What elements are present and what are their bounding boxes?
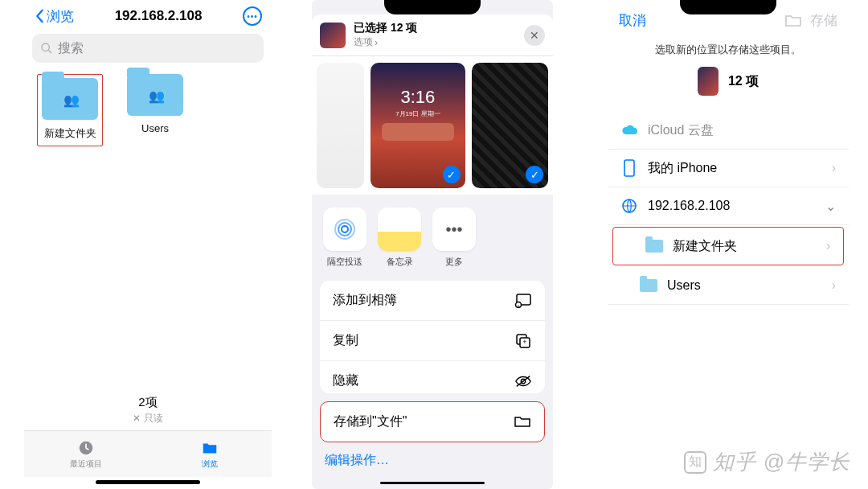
chevron-left-icon bbox=[34, 9, 45, 23]
chevron-right-icon: › bbox=[826, 239, 830, 253]
chevron-right-icon: › bbox=[832, 278, 836, 293]
search-icon bbox=[40, 42, 53, 55]
folder-icon: 👥 bbox=[42, 78, 98, 120]
action-copy[interactable]: 复制 + bbox=[320, 321, 545, 361]
back-button[interactable]: 浏览 bbox=[34, 7, 74, 26]
ellipsis-icon: ••• bbox=[247, 12, 258, 21]
folder-new[interactable]: 👥 新建文件夹 bbox=[37, 74, 103, 146]
more-button[interactable]: ••• bbox=[243, 6, 262, 26]
share-targets: 隔空投送 备忘录 ••• 更多 bbox=[312, 195, 553, 281]
photo-gallery[interactable]: 3:16 7月19日 星期一 ✓ ✓ bbox=[312, 56, 553, 195]
thumbnail-icon bbox=[320, 23, 346, 48]
cloud-icon bbox=[620, 121, 638, 139]
location-list: iCloud 云盘 我的 iPhone › 192.168.2.108 ⌄ 新建… bbox=[608, 112, 849, 305]
folder-icon bbox=[645, 237, 663, 255]
back-label: 浏览 bbox=[47, 7, 74, 26]
check-icon: ✓ bbox=[526, 166, 543, 183]
folder-label: 新建文件夹 bbox=[44, 126, 96, 141]
location-iphone[interactable]: 我的 iPhone › bbox=[608, 150, 849, 187]
airdrop-button[interactable]: 隔空投送 bbox=[323, 208, 366, 268]
lock-time: 3:16 bbox=[401, 87, 436, 108]
album-icon: + bbox=[514, 294, 532, 308]
notification-preview bbox=[382, 123, 454, 141]
nav-bar: 浏览 192.168.2.108 ••• bbox=[24, 0, 272, 34]
photo-thumb-selected[interactable]: 3:16 7月19日 星期一 ✓ bbox=[371, 63, 465, 188]
action-hide[interactable]: 隐藏 bbox=[320, 361, 545, 392]
zhihu-logo-icon: 知 bbox=[684, 451, 706, 474]
chevron-right-icon: › bbox=[832, 161, 836, 175]
sheet-header: 已选择 12 项 选项› ✕ bbox=[312, 14, 553, 56]
location-server[interactable]: 192.168.2.108 ⌄ bbox=[608, 187, 849, 225]
svg-text:+: + bbox=[522, 338, 526, 346]
action-list: 添加到相簿 + 复制 + 隐藏 幻灯片 bbox=[320, 281, 545, 392]
items-count: 12 项 bbox=[728, 73, 759, 90]
close-icon: ✕ bbox=[530, 29, 539, 42]
cancel-button[interactable]: 取消 bbox=[619, 11, 646, 30]
globe-icon bbox=[620, 197, 638, 215]
svg-point-4 bbox=[338, 223, 351, 236]
watermark: 知 知乎 @牛学长 bbox=[684, 448, 850, 476]
home-indicator[interactable] bbox=[380, 482, 485, 485]
copy-icon: + bbox=[514, 334, 532, 348]
location-new-folder[interactable]: 新建文件夹 › bbox=[612, 227, 844, 265]
chevron-right-icon: › bbox=[375, 37, 378, 48]
photo-thumb-selected[interactable]: ✓ bbox=[472, 63, 548, 188]
page-title: 192.168.2.108 bbox=[115, 8, 203, 24]
items-summary: 12 项 bbox=[608, 67, 849, 109]
lock-date: 7月19日 星期一 bbox=[395, 109, 440, 118]
action-add-album[interactable]: 添加到相簿 + bbox=[320, 281, 545, 321]
photo-thumb[interactable] bbox=[317, 63, 364, 188]
folder-icon bbox=[200, 439, 219, 457]
svg-rect-15 bbox=[624, 160, 634, 176]
location-users[interactable]: Users › bbox=[608, 267, 849, 305]
edit-actions-link[interactable]: 编辑操作… bbox=[312, 442, 553, 479]
notch bbox=[680, 0, 776, 14]
svg-line-1 bbox=[48, 50, 51, 53]
tab-bar: 最近项目 浏览 bbox=[24, 430, 272, 477]
folder-grid: 👥 新建文件夹 👥 Users bbox=[24, 74, 272, 146]
folder-icon: 👥 bbox=[127, 74, 183, 116]
svg-text:+: + bbox=[517, 303, 520, 308]
instruction-text: 选取新的位置以存储这些项目。 bbox=[608, 36, 849, 67]
folder-icon bbox=[514, 414, 531, 429]
header-text: 已选择 12 项 选项› bbox=[354, 21, 516, 49]
phone-icon bbox=[620, 159, 638, 177]
airdrop-icon bbox=[323, 208, 366, 251]
chevron-down-icon: ⌄ bbox=[825, 199, 836, 214]
selected-count: 已选择 12 项 bbox=[354, 21, 516, 35]
close-button[interactable]: ✕ bbox=[524, 25, 545, 46]
more-button[interactable]: ••• 更多 bbox=[432, 208, 476, 268]
home-indicator[interactable] bbox=[96, 480, 200, 484]
search-input[interactable]: 搜索 bbox=[32, 34, 264, 63]
folder-icon bbox=[784, 14, 802, 28]
item-count: 2项 bbox=[24, 395, 272, 412]
check-icon: ✓ bbox=[443, 166, 461, 183]
search-placeholder: 搜索 bbox=[58, 40, 84, 57]
svg-point-3 bbox=[342, 226, 348, 232]
thumbnail-icon bbox=[698, 67, 719, 96]
eye-off-icon bbox=[514, 374, 532, 388]
action-save-files[interactable]: 存储到"文件" bbox=[320, 401, 545, 442]
svg-point-0 bbox=[42, 43, 49, 51]
readonly-hint: ✕ 只读 bbox=[24, 412, 272, 430]
phone-share-sheet: 已选择 12 项 选项› ✕ 3:16 7月19日 星期一 ✓ ✓ 隔空投送 备… bbox=[312, 0, 553, 489]
save-button[interactable]: 存储 bbox=[784, 11, 837, 30]
folder-users[interactable]: 👥 Users bbox=[122, 74, 188, 146]
ellipsis-icon: ••• bbox=[432, 208, 476, 251]
notes-button[interactable]: 备忘录 bbox=[378, 208, 421, 268]
phone-save-location: 取消 存储 选取新的位置以存储这些项目。 12 项 iCloud 云盘 我的 i… bbox=[608, 0, 849, 489]
folder-icon bbox=[640, 277, 657, 294]
notch bbox=[384, 0, 481, 14]
phone-files-browser: 浏览 192.168.2.108 ••• 搜索 👥 新建文件夹 👥 Users … bbox=[24, 0, 272, 489]
folder-label: Users bbox=[141, 122, 169, 134]
tab-browse[interactable]: 浏览 bbox=[148, 431, 272, 477]
clock-icon bbox=[76, 439, 96, 457]
tab-recent[interactable]: 最近项目 bbox=[24, 431, 148, 477]
location-icloud[interactable]: iCloud 云盘 bbox=[608, 112, 849, 150]
options-link[interactable]: 选项› bbox=[354, 35, 516, 49]
notes-icon bbox=[378, 208, 421, 251]
